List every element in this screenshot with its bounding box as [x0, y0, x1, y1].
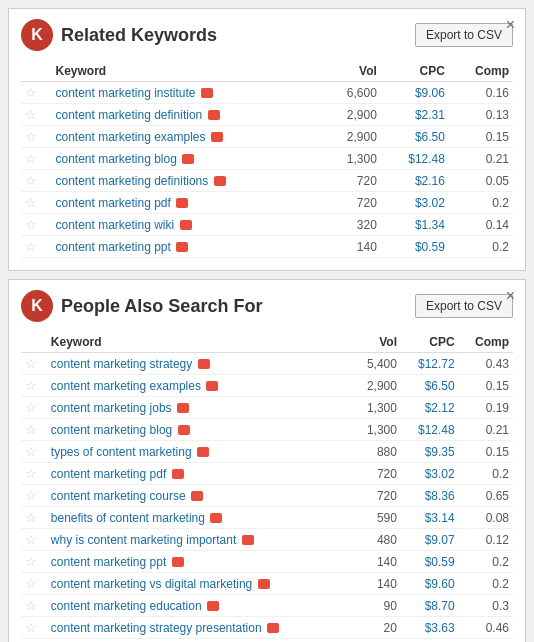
star-cell[interactable]: ☆: [21, 236, 51, 258]
table-row: ☆ content marketing examples 2,900 $6.50…: [21, 126, 513, 148]
vol-cell: 1,300: [352, 397, 401, 419]
star-cell[interactable]: ☆: [21, 170, 51, 192]
favorite-star-icon[interactable]: ☆: [25, 488, 37, 503]
keyword-cell: content marketing and digital marketing: [47, 639, 352, 643]
table-row: ☆ content marketing definitions 720 $2.1…: [21, 170, 513, 192]
export-csv-button-1[interactable]: Export to CSV: [415, 23, 513, 47]
favorite-star-icon[interactable]: ☆: [25, 217, 37, 232]
vol-cell: 720: [352, 485, 401, 507]
favorite-star-icon[interactable]: ☆: [25, 510, 37, 525]
favorite-star-icon[interactable]: ☆: [25, 195, 37, 210]
panel1-header: K Related Keywords Export to CSV: [21, 19, 513, 51]
favorite-star-icon[interactable]: ☆: [25, 422, 37, 437]
star-cell[interactable]: ☆: [21, 573, 47, 595]
favorite-star-icon[interactable]: ☆: [25, 85, 37, 100]
comp-cell: 0.21: [459, 419, 513, 441]
vol-cell: 5,400: [352, 353, 401, 375]
cpc-cell: $8.70: [401, 595, 459, 617]
star-cell[interactable]: ☆: [21, 192, 51, 214]
col-comp: Comp: [449, 61, 513, 82]
keyword-cell: content marketing examples: [51, 126, 322, 148]
trend-icon: [178, 425, 190, 435]
star-cell[interactable]: ☆: [21, 441, 47, 463]
comp-cell: 0.2: [449, 192, 513, 214]
col2-star: [21, 332, 47, 353]
star-cell[interactable]: ☆: [21, 485, 47, 507]
trend-icon: [211, 132, 223, 142]
vol-cell: 2,900: [323, 104, 381, 126]
star-cell[interactable]: ☆: [21, 126, 51, 148]
keyword-cell: content marketing definitions: [51, 170, 322, 192]
vol-cell: 720: [323, 192, 381, 214]
trend-icon: [210, 513, 222, 523]
keyword-cell: content marketing jobs: [47, 397, 352, 419]
panel1-title: Related Keywords: [61, 25, 415, 46]
cpc-cell: $9.60: [401, 573, 459, 595]
star-cell[interactable]: ☆: [21, 104, 51, 126]
star-cell[interactable]: ☆: [21, 419, 47, 441]
cpc-cell: $9.35: [401, 441, 459, 463]
cpc-cell: $12.48: [381, 148, 449, 170]
favorite-star-icon[interactable]: ☆: [25, 356, 37, 371]
favorite-star-icon[interactable]: ☆: [25, 576, 37, 591]
favorite-star-icon[interactable]: ☆: [25, 598, 37, 613]
favorite-star-icon[interactable]: ☆: [25, 554, 37, 569]
trend-icon: [208, 110, 220, 120]
vol-cell: 720: [352, 463, 401, 485]
close-panel2-button[interactable]: ×: [506, 288, 515, 304]
star-cell[interactable]: ☆: [21, 529, 47, 551]
star-cell[interactable]: ☆: [21, 397, 47, 419]
star-cell[interactable]: ☆: [21, 617, 47, 639]
keyword-cell: content marketing education: [47, 595, 352, 617]
favorite-star-icon[interactable]: ☆: [25, 151, 37, 166]
trend-icon: [198, 359, 210, 369]
star-cell[interactable]: ☆: [21, 353, 47, 375]
comp-cell: 0.15: [459, 441, 513, 463]
favorite-star-icon[interactable]: ☆: [25, 378, 37, 393]
favorite-star-icon[interactable]: ☆: [25, 532, 37, 547]
table-row: ☆ content marketing pdf 720 $3.02 0.2: [21, 463, 513, 485]
col-keyword: Keyword: [51, 61, 322, 82]
star-cell[interactable]: ☆: [21, 595, 47, 617]
cpc-cell: $12.48: [401, 419, 459, 441]
keyword-cell: content marketing vs digital marketing: [47, 573, 352, 595]
trend-icon: [172, 557, 184, 567]
vol-cell: 140: [352, 573, 401, 595]
k-icon-1: K: [21, 19, 53, 51]
star-cell[interactable]: ☆: [21, 551, 47, 573]
cpc-cell: $2.16: [381, 170, 449, 192]
star-cell[interactable]: ☆: [21, 82, 51, 104]
related-keywords-panel: × K Related Keywords Export to CSV Keywo…: [8, 8, 526, 271]
people-also-search-table: Keyword Vol CPC Comp ☆ content marketing…: [21, 332, 513, 642]
favorite-star-icon[interactable]: ☆: [25, 239, 37, 254]
favorite-star-icon[interactable]: ☆: [25, 107, 37, 122]
vol-cell: 590: [352, 507, 401, 529]
cpc-cell: $0.59: [381, 236, 449, 258]
cpc-cell: $12.72: [401, 353, 459, 375]
trend-icon: [206, 381, 218, 391]
favorite-star-icon[interactable]: ☆: [25, 173, 37, 188]
table-row: ☆ content marketing institute 6,600 $9.0…: [21, 82, 513, 104]
comp-cell: 0.05: [449, 170, 513, 192]
trend-icon: [177, 403, 189, 413]
keyword-cell: content marketing blog: [51, 148, 322, 170]
trend-icon: [176, 242, 188, 252]
export-csv-button-2[interactable]: Export to CSV: [415, 294, 513, 318]
table-row: ☆ content marketing examples 2,900 $6.50…: [21, 375, 513, 397]
favorite-star-icon[interactable]: ☆: [25, 400, 37, 415]
table-header-row: Keyword Vol CPC Comp: [21, 61, 513, 82]
star-cell[interactable]: ☆: [21, 148, 51, 170]
star-cell[interactable]: ☆: [21, 214, 51, 236]
table-row: ☆ content marketing education 90 $8.70 0…: [21, 595, 513, 617]
close-panel1-button[interactable]: ×: [506, 17, 515, 33]
star-cell[interactable]: ☆: [21, 463, 47, 485]
star-cell[interactable]: ☆: [21, 639, 47, 643]
favorite-star-icon[interactable]: ☆: [25, 620, 37, 635]
favorite-star-icon[interactable]: ☆: [25, 444, 37, 459]
favorite-star-icon[interactable]: ☆: [25, 466, 37, 481]
favorite-star-icon[interactable]: ☆: [25, 129, 37, 144]
star-cell[interactable]: ☆: [21, 507, 47, 529]
star-cell[interactable]: ☆: [21, 375, 47, 397]
trend-icon: [191, 491, 203, 501]
trend-icon: [207, 601, 219, 611]
